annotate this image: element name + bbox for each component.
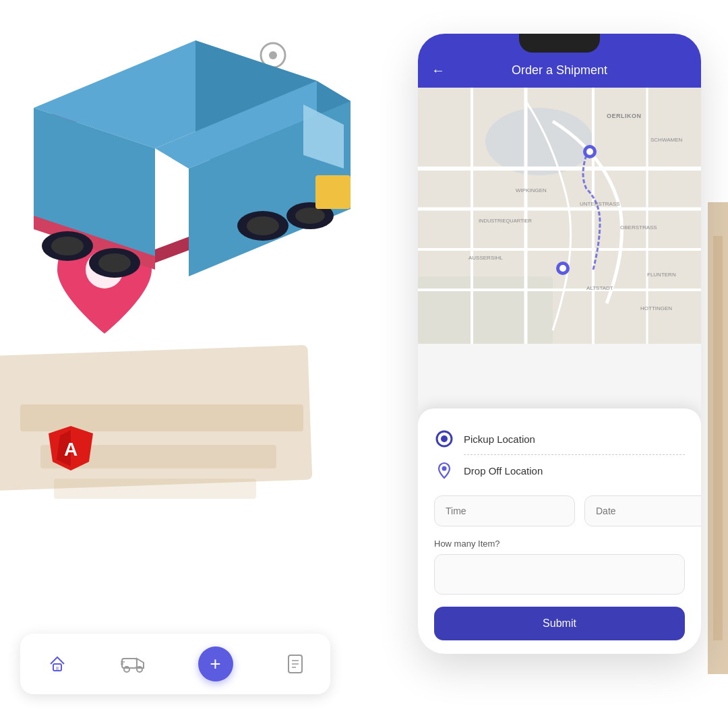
svg-text:OBERSTRASS: OBERSTRASS [620, 224, 657, 231]
dropoff-icon [434, 460, 454, 481]
snowflake-icon: ❄ [55, 119, 67, 137]
svg-rect-22 [315, 175, 351, 209]
svg-text:SCHWAMEN: SCHWAMEN [650, 137, 682, 143]
svg-text:ALTSTADT: ALTSTADT [586, 285, 613, 291]
svg-marker-21 [303, 104, 344, 169]
pickup-row: Pickup Location [434, 429, 685, 449]
nav-docs[interactable] [286, 654, 304, 674]
back-button[interactable]: ← [431, 63, 445, 78]
plus-icon: + [210, 655, 220, 673]
snowflake-badge: ❄ [44, 111, 78, 145]
dropoff-label: Drop Off Location [464, 465, 543, 477]
submit-button[interactable]: Submit [434, 607, 685, 640]
svg-text:WIPKINGEN: WIPKINGEN [516, 187, 547, 193]
dropoff-row: Drop Off Location [434, 460, 685, 481]
large-location-pin [57, 222, 152, 334]
nav-delivery[interactable] [121, 655, 145, 673]
map-background: OERLIKON SCHWAMEN WIPKINGEN UNTERSTRASS … [418, 88, 701, 344]
location-divider [464, 454, 685, 455]
svg-text:HOTTINGEN: HOTTINGEN [640, 305, 672, 311]
svg-marker-12 [189, 101, 351, 276]
svg-text:OERLIKON: OERLIKON [607, 113, 642, 119]
time-input[interactable] [434, 495, 575, 526]
svg-text:A: A [64, 439, 78, 460]
svg-point-20 [295, 208, 325, 224]
svg-point-19 [286, 202, 334, 229]
svg-point-53 [442, 466, 447, 471]
svg-point-48 [586, 148, 593, 155]
svg-marker-9 [155, 189, 317, 263]
items-label: How many Item? [434, 539, 685, 549]
svg-point-3 [86, 251, 123, 289]
svg-rect-28 [418, 276, 553, 344]
phone-mockup: ← Order a Shipment [418, 34, 701, 654]
order-form-card: Pickup Location Drop Off Location How ma… [418, 408, 701, 654]
svg-point-52 [441, 435, 448, 442]
map-area: OERLIKON SCHWAMEN WIPKINGEN UNTERSTRASS … [418, 88, 701, 344]
right-bar-decoration-2 [713, 236, 723, 640]
svg-text:AUSSERSIHL: AUSSERSIHL [468, 255, 503, 261]
header-title: Order a Shipment [452, 63, 667, 78]
svg-marker-10 [155, 81, 351, 169]
svg-text:UNTERSTRASS: UNTERSTRASS [580, 201, 620, 207]
svg-text:FLUNTERN: FLUNTERN [647, 272, 676, 278]
svg-rect-55 [56, 667, 59, 671]
pickup-icon [434, 429, 454, 449]
svg-point-18 [247, 216, 279, 235]
nav-add-button[interactable]: + [198, 646, 233, 681]
svg-text:INDUSTRIEQUARTIER: INDUSTRIEQUARTIER [479, 218, 533, 224]
pickup-label: Pickup Location [464, 433, 535, 445]
date-input[interactable] [584, 495, 701, 526]
svg-marker-11 [317, 81, 351, 209]
svg-point-4 [94, 259, 106, 271]
phone-notch [519, 34, 600, 53]
bg-shape-4 [54, 479, 256, 499]
svg-point-50 [559, 265, 566, 272]
svg-point-1 [269, 51, 277, 59]
items-input[interactable] [434, 554, 685, 595]
svg-point-17 [237, 211, 289, 241]
svg-rect-56 [122, 659, 137, 668]
angular-logo: A [47, 425, 94, 472]
small-location-icon [256, 40, 290, 81]
nav-home[interactable] [47, 654, 67, 674]
bottom-nav: + [20, 634, 330, 694]
time-date-row [434, 495, 685, 526]
